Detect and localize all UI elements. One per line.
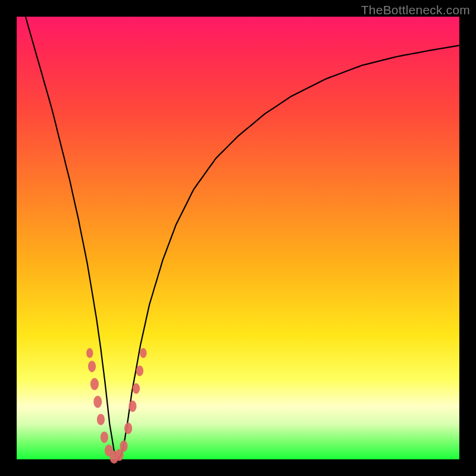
- data-marker: [97, 414, 105, 425]
- data-marker: [88, 361, 96, 372]
- data-marker: [136, 365, 143, 376]
- data-marker: [120, 440, 127, 452]
- chart-plot-area: [17, 17, 459, 459]
- data-marker: [124, 422, 132, 434]
- bottleneck-curve: [26, 17, 459, 459]
- data-marker: [90, 378, 99, 390]
- data-marker: [93, 396, 102, 408]
- chart-frame: TheBottleneck.com: [0, 0, 476, 476]
- data-marker: [129, 400, 136, 412]
- chart-svg: [17, 17, 459, 459]
- data-marker: [133, 383, 140, 394]
- data-marker: [140, 348, 146, 358]
- data-marker: [101, 431, 108, 443]
- data-marker: [86, 348, 93, 358]
- watermark-text: TheBottleneck.com: [361, 3, 470, 17]
- data-markers: [86, 348, 146, 464]
